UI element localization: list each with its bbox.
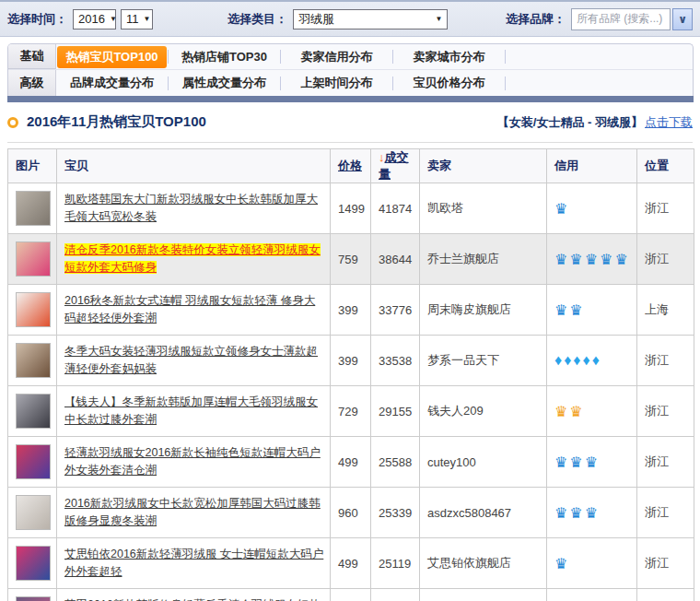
item-thumbnail[interactable] bbox=[16, 242, 51, 277]
item-thumbnail[interactable] bbox=[16, 394, 51, 429]
download-link[interactable]: 点击下载 bbox=[645, 114, 693, 131]
item-title-link[interactable]: 茄田2016新款韩版修身轻薄反季清仓羽绒服女短款连 bbox=[64, 598, 321, 601]
table-row: 2016秋冬新款女式连帽 羽绒服女短款轻薄 修身大码超轻轻便外套潮3993377… bbox=[8, 285, 694, 336]
item-thumbnail-cell bbox=[8, 488, 57, 538]
item-price: 960 bbox=[338, 506, 358, 520]
item-price: 399 bbox=[338, 354, 358, 368]
item-title-link[interactable]: 凯欧塔韩国东大门新款羽绒服女中长款韩版加厚大毛领大码宽松冬装 bbox=[64, 193, 318, 223]
item-price-cell: 399 bbox=[331, 336, 371, 386]
table-header-row: 图片 宝贝 价格 ↓成交量 卖家 信用 位置 bbox=[8, 149, 694, 183]
tab-brand-volume-distribution[interactable]: 品牌成交量分布 bbox=[56, 75, 168, 91]
tab-navigation: 基础 热销宝贝TOP100 热销店铺TOP30 卖家信用分布 卖家城市分布 高级… bbox=[7, 43, 694, 96]
item-title-link[interactable]: 2016新款羽绒服女中长款宽松加厚韩国大码过膝韩版修身显瘦冬装潮 bbox=[64, 497, 321, 527]
item-thumbnail-cell bbox=[8, 538, 57, 589]
category-select-value: 羽绒服 bbox=[298, 11, 334, 28]
item-title-link[interactable]: 艾思铂依2016新款轻薄羽绒服 女士连帽短款大码户外外套超轻 bbox=[64, 548, 323, 578]
item-title-cell: 【钱夫人】冬季新款韩版加厚连帽大毛领羽绒服女中长款过膝外套潮 bbox=[57, 386, 331, 437]
time-filter-label: 选择时间： bbox=[7, 11, 67, 28]
item-volume: 33776 bbox=[379, 303, 412, 317]
item-volume-cell bbox=[371, 589, 420, 601]
seller-location: 浙江 bbox=[645, 556, 669, 570]
year-select-value: 2016 bbox=[78, 12, 105, 26]
item-title-cell: 2016秋冬新款女式连帽 羽绒服女短款轻薄 修身大码超轻轻便外套潮 bbox=[57, 285, 331, 336]
seller-location-cell: 浙江 bbox=[637, 386, 694, 437]
item-thumbnail[interactable] bbox=[16, 292, 51, 327]
item-price: 399 bbox=[338, 303, 358, 317]
seller-name-cell: asdzxc5808467 bbox=[420, 488, 547, 538]
page-title: 2016年11月热销宝贝TOP100 bbox=[27, 113, 206, 131]
basic-tab-row: 基础 热销宝贝TOP100 热销店铺TOP30 卖家信用分布 卖家城市分布 bbox=[8, 44, 693, 70]
brand-dropdown-button[interactable]: ∨ bbox=[672, 8, 693, 30]
item-thumbnail[interactable] bbox=[16, 546, 51, 581]
seller-name: 梦系一品天下 bbox=[427, 353, 499, 367]
brand-search-placeholder: 所有品牌 (搜索...) bbox=[577, 11, 662, 27]
header-seller: 卖家 bbox=[420, 149, 547, 183]
brand-filter: 所有品牌 (搜索...) ∨ bbox=[571, 8, 693, 30]
item-thumbnail[interactable] bbox=[16, 596, 51, 601]
item-volume-cell: 38644 bbox=[371, 234, 420, 285]
item-thumbnail[interactable] bbox=[16, 495, 51, 530]
tab-listing-time-distribution[interactable]: 上架时间分布 bbox=[281, 75, 392, 91]
seller-credit-cell: ♛♛♛ bbox=[547, 437, 637, 488]
seller-credit-cell: ♛♛♛ bbox=[547, 488, 637, 538]
filter-bar: 选择时间： 2016 ▼ 11 ▼ 选择类目： 羽绒服 ▼ 选择品牌： 所有品牌… bbox=[0, 0, 700, 37]
category-select[interactable]: 羽绒服 ▼ bbox=[293, 9, 448, 29]
item-volume: 25339 bbox=[379, 506, 412, 520]
item-thumbnail-cell bbox=[8, 183, 57, 234]
item-title-link[interactable]: 冬季大码女装轻薄羽绒服短款立领修身女士薄款超薄轻便外套妈妈装 bbox=[64, 345, 318, 375]
blue-crown-icons: ♛ bbox=[554, 556, 569, 572]
seller-location-cell: 浙江 bbox=[637, 234, 694, 285]
item-volume-cell: 25588 bbox=[371, 437, 420, 488]
seller-location: 浙江 bbox=[645, 454, 669, 468]
table-row: 冬季大码女装轻薄羽绒服短款立领修身女士薄款超薄轻便外套妈妈装39933538梦系… bbox=[8, 336, 694, 386]
item-title-link[interactable]: 轻薄款羽绒服女2016新款长袖纯色短款连帽大码户外女装外套清仓潮 bbox=[64, 446, 321, 477]
seller-credit-cell: ♛♛ bbox=[547, 386, 637, 437]
blue-crown-icons: ♛♛♛♛♛ bbox=[554, 252, 630, 267]
header-image: 图片 bbox=[8, 149, 57, 183]
item-thumbnail[interactable] bbox=[16, 444, 51, 479]
tab-accent-bar bbox=[7, 96, 694, 102]
item-price-cell: 499 bbox=[331, 538, 371, 589]
item-thumbnail[interactable] bbox=[16, 343, 51, 378]
seller-location-cell: 上海 bbox=[637, 285, 694, 336]
month-select[interactable]: 11 ▼ bbox=[121, 9, 153, 29]
price-sort-link[interactable]: 价格 bbox=[338, 159, 362, 172]
item-volume: 25588 bbox=[379, 455, 412, 469]
tab-hot-items-top100[interactable]: 热销宝贝TOP100 bbox=[56, 46, 168, 68]
item-title-link[interactable]: 【钱夫人】冬季新款韩版加厚连帽大毛领羽绒服女中长款过膝外套潮 bbox=[64, 395, 318, 426]
item-title-link[interactable]: 清仓反季2016新款冬装特价女装立领轻薄羽绒服女短款外套大码修身 bbox=[64, 243, 321, 274]
category-path: 【女装/女士精品 - 羽绒服】 bbox=[497, 114, 643, 131]
item-title-cell: 凯欧塔韩国东大门新款羽绒服女中长款韩版加厚大毛领大码宽松冬装 bbox=[57, 183, 331, 234]
tab-seller-credit-distribution[interactable]: 卖家信用分布 bbox=[281, 49, 392, 65]
gold-crown-icons: ♛♛ bbox=[554, 404, 585, 419]
tab-group-label-advanced: 高级 bbox=[8, 70, 56, 96]
tab-seller-city-distribution[interactable]: 卖家城市分布 bbox=[393, 49, 505, 65]
seller-name: 钱夫人209 bbox=[427, 404, 484, 418]
table-row: 清仓反季2016新款冬装特价女装立领轻薄羽绒服女短款外套大码修身75938644… bbox=[8, 234, 694, 285]
seller-name: 乔士兰旗舰店 bbox=[427, 252, 499, 265]
seller-name-cell: 乔士兰旗舰店 bbox=[420, 234, 547, 285]
section-header-right: 【女装/女士精品 - 羽绒服】 点击下载 bbox=[497, 114, 693, 131]
brand-search-input[interactable]: 所有品牌 (搜索...) bbox=[571, 8, 671, 30]
item-price-cell: 1499 bbox=[331, 183, 371, 234]
seller-credit-cell: ♛♛ bbox=[547, 285, 637, 336]
active-tab-pill[interactable]: 热销宝贝TOP100 bbox=[57, 46, 166, 68]
item-price-cell: 499 bbox=[331, 437, 371, 488]
year-select[interactable]: 2016 ▼ bbox=[73, 9, 116, 29]
table-header: 图片 宝贝 价格 ↓成交量 卖家 信用 位置 bbox=[8, 149, 694, 183]
header-credit: 信用 bbox=[547, 149, 637, 183]
tab-hot-shops-top30[interactable]: 热销店铺TOP30 bbox=[169, 49, 280, 65]
tab-attribute-volume-distribution[interactable]: 属性成交量分布 bbox=[169, 75, 280, 91]
seller-credit-cell: ♛ bbox=[547, 538, 637, 589]
item-title-link[interactable]: 2016秋冬新款女式连帽 羽绒服女短款轻薄 修身大码超轻轻便外套潮 bbox=[64, 294, 315, 324]
table-row: 2016新款羽绒服女中长款宽松加厚韩国大码过膝韩版修身显瘦冬装潮96025339… bbox=[8, 488, 694, 538]
tab-item-price-distribution[interactable]: 宝贝价格分布 bbox=[393, 75, 505, 91]
seller-location-cell: 浙江 bbox=[637, 488, 694, 538]
item-volume: 41874 bbox=[379, 202, 412, 216]
tab-separator bbox=[505, 77, 506, 90]
seller-location-cell: 浙江 bbox=[637, 538, 694, 589]
item-volume-cell: 29155 bbox=[371, 386, 420, 437]
seller-location: 浙江 bbox=[645, 353, 669, 367]
seller-location: 浙江 bbox=[645, 201, 669, 215]
item-thumbnail[interactable] bbox=[16, 191, 51, 226]
